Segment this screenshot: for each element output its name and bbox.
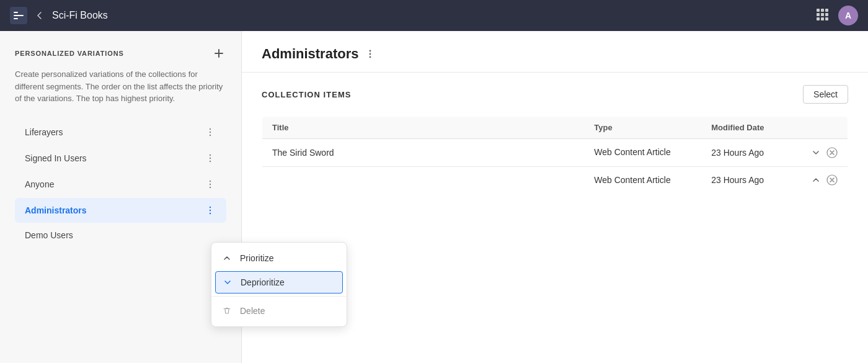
row-type: Web Content Article bbox=[584, 139, 701, 167]
svg-rect-10 bbox=[821, 17, 824, 20]
row-title: The Sirid Sword bbox=[262, 139, 585, 167]
context-menu-divider bbox=[211, 296, 347, 297]
main-layout: Personalized Variations Create personali… bbox=[0, 31, 868, 363]
user-avatar[interactable]: A bbox=[838, 6, 858, 25]
svg-point-13 bbox=[210, 131, 211, 132]
svg-point-12 bbox=[210, 128, 211, 129]
context-menu-deprioritize[interactable]: Deprioritize bbox=[215, 271, 343, 294]
context-menu: Prioritize Deprioritize Delete bbox=[211, 242, 347, 327]
row-title bbox=[262, 166, 585, 194]
sidebar-item-menu-administrators[interactable] bbox=[204, 204, 216, 217]
sidebar-item-label: Administrators bbox=[25, 205, 87, 215]
sidebar-item-signed-in-users[interactable]: Signed In Users bbox=[15, 146, 226, 171]
collection-section: Collection Items Select Title Type Modif… bbox=[242, 73, 868, 207]
content-header: Administrators bbox=[242, 31, 868, 73]
context-menu-delete-label: Delete bbox=[240, 306, 265, 316]
col-header-title: Title bbox=[262, 117, 585, 139]
svg-point-14 bbox=[210, 134, 211, 135]
content-header-menu-button[interactable] bbox=[365, 48, 376, 60]
table-row: The Sirid Sword Web Content Article 23 H… bbox=[262, 139, 848, 167]
down-arrow-icon bbox=[222, 277, 233, 288]
collection-items-table: Title Type Modified Date The Sirid Sword… bbox=[262, 116, 848, 194]
col-header-type: Type bbox=[584, 117, 701, 139]
sidebar-item-administrators[interactable]: Administrators bbox=[15, 198, 226, 223]
svg-point-22 bbox=[210, 209, 211, 210]
svg-point-26 bbox=[370, 56, 371, 58]
svg-point-18 bbox=[210, 180, 211, 181]
context-menu-deprioritize-label: Deprioritize bbox=[241, 277, 285, 287]
col-header-modified: Modified Date bbox=[701, 117, 789, 139]
svg-point-23 bbox=[210, 212, 211, 213]
trash-icon bbox=[221, 305, 232, 316]
svg-point-16 bbox=[210, 157, 211, 158]
collection-section-header: Collection Items Select bbox=[262, 85, 848, 104]
sidebar-item-label: Signed In Users bbox=[25, 153, 87, 163]
svg-point-20 bbox=[210, 186, 211, 187]
row-order-down-button[interactable] bbox=[810, 147, 822, 158]
apps-icon[interactable] bbox=[816, 8, 828, 23]
svg-rect-2 bbox=[14, 18, 18, 19]
sidebar-item-menu-anyone[interactable] bbox=[204, 178, 216, 190]
svg-rect-11 bbox=[825, 17, 828, 20]
svg-rect-0 bbox=[14, 12, 18, 13]
svg-point-17 bbox=[210, 160, 211, 161]
nav-title: Sci-Fi Books bbox=[52, 10, 108, 21]
row-actions-cell bbox=[789, 166, 848, 194]
svg-rect-6 bbox=[817, 13, 820, 16]
context-menu-prioritize-label: Prioritize bbox=[240, 253, 273, 263]
row-type: Web Content Article bbox=[584, 166, 701, 194]
sidebar-item-label: Anyone bbox=[25, 179, 54, 189]
sidebar-item-label: Liferayers bbox=[25, 127, 63, 137]
content-title: Administrators bbox=[262, 46, 358, 62]
sidebar-item-menu-liferayers[interactable] bbox=[204, 126, 216, 138]
row-modified: 23 Hours Ago bbox=[701, 139, 789, 167]
sidebar-item-liferayers[interactable]: Liferayers bbox=[15, 120, 226, 145]
row-order-up-button[interactable] bbox=[810, 174, 822, 186]
context-menu-delete[interactable]: Delete bbox=[211, 299, 347, 323]
row-modified: 23 Hours Ago bbox=[701, 166, 789, 194]
select-button[interactable]: Select bbox=[803, 85, 848, 104]
back-button[interactable] bbox=[35, 11, 45, 20]
svg-rect-5 bbox=[825, 9, 828, 12]
svg-point-19 bbox=[210, 183, 211, 184]
svg-rect-3 bbox=[817, 9, 820, 12]
up-arrow-icon bbox=[221, 253, 232, 264]
top-nav: Sci-Fi Books A bbox=[0, 0, 868, 31]
row-remove-button[interactable] bbox=[826, 174, 838, 186]
nav-right: A bbox=[816, 6, 858, 25]
add-variation-button[interactable] bbox=[211, 46, 226, 61]
table-row: Web Content Article 23 Hours Ago bbox=[262, 166, 848, 194]
svg-rect-9 bbox=[817, 17, 820, 20]
sidebar-items-list: Liferayers Signed In Users Anyone Admini… bbox=[15, 120, 226, 246]
context-menu-prioritize[interactable]: Prioritize bbox=[211, 246, 347, 270]
table-header-row: Title Type Modified Date bbox=[262, 117, 848, 139]
sidebar-header: Personalized Variations bbox=[15, 46, 226, 61]
row-remove-button[interactable] bbox=[826, 147, 838, 158]
svg-point-21 bbox=[210, 206, 211, 207]
row-actions bbox=[799, 147, 838, 158]
sidebar-heading: Personalized Variations bbox=[15, 50, 124, 57]
svg-point-24 bbox=[370, 50, 371, 52]
svg-rect-4 bbox=[821, 9, 824, 12]
row-actions bbox=[799, 174, 838, 186]
svg-point-15 bbox=[210, 154, 211, 155]
sidebar-item-label: Demo Users bbox=[25, 230, 73, 240]
svg-rect-7 bbox=[821, 13, 824, 16]
sidebar-toggle-button[interactable] bbox=[10, 7, 27, 24]
sidebar-item-demo-users[interactable]: Demo Users bbox=[15, 224, 226, 246]
svg-point-25 bbox=[370, 53, 371, 55]
col-header-actions bbox=[789, 117, 848, 139]
sidebar-item-menu-signed-in[interactable] bbox=[204, 152, 216, 164]
row-actions-cell bbox=[789, 139, 848, 167]
svg-rect-8 bbox=[825, 13, 828, 16]
sidebar-item-anyone[interactable]: Anyone bbox=[15, 172, 226, 197]
collection-section-title: Collection Items bbox=[262, 90, 351, 99]
sidebar: Personalized Variations Create personali… bbox=[0, 31, 242, 363]
svg-rect-1 bbox=[14, 15, 24, 16]
sidebar-description: Create personalized variations of the co… bbox=[15, 68, 226, 105]
